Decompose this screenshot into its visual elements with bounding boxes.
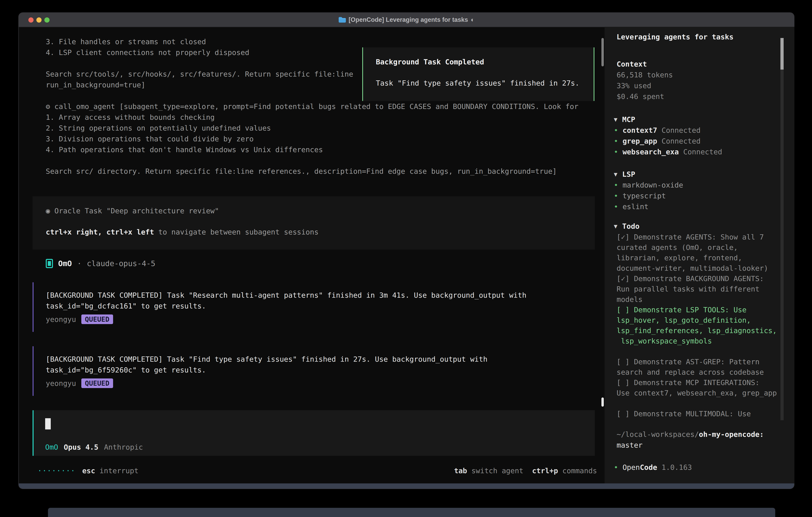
mcp-item: • context7 Connected [614, 125, 722, 136]
todo-line: [ ] Demonstrate AST-GREP: Pattern [617, 357, 777, 367]
todo-line: curated agents (OmO, oracle, [617, 242, 777, 253]
context-section: Context 66,518 tokens 33% used $0.46 spe… [617, 59, 673, 102]
task-message: [BACKGROUND TASK COMPLETED] Task "Find t… [33, 346, 572, 396]
todo-line: [ ] Demonstrate MULTIMODAL: Use [617, 409, 777, 419]
terminal-line: 4. Path operations that don't handle Win… [46, 144, 578, 155]
lsp-name: eslint [622, 202, 648, 211]
todo-line: [✓] Demonstrate AGENTS: Show all 7 [617, 232, 777, 242]
mcp-status: Connected [662, 126, 700, 134]
lsp-item: • eslint [614, 201, 683, 212]
agent-model: claude-opus-4-5 [87, 259, 155, 268]
todo-line: search and replace across codebase [617, 367, 777, 377]
todo-line: [ ] Demonstrate MCP INTEGRATIONS: [617, 377, 777, 388]
collapse-icon: ▼ [614, 223, 617, 230]
model-row: OmO Opus 4.5 Anthropic [45, 442, 143, 453]
minimize-window-button[interactable] [36, 18, 41, 23]
titlebar[interactable]: [OpenCode] Leveraging agents for tasks ◐ [19, 13, 794, 27]
agent-icon [46, 259, 53, 268]
lsp-item: • typescript [614, 190, 683, 201]
spinner-dots-icon: ········ [37, 465, 75, 476]
task-message-line: [BACKGROUND TASK COMPLETED] Task "Find t… [46, 354, 572, 365]
ctrlp-hint-text: commands [562, 465, 597, 476]
window-title-text: [OpenCode] Leveraging agents for tasks [349, 16, 468, 23]
task-user: yeongyu [46, 315, 76, 324]
todo-line [617, 398, 777, 409]
sidebar-scrollbar-track[interactable] [780, 38, 784, 420]
lsp-section-header[interactable]: ▼ LSP [614, 169, 683, 180]
todo-line: Run parallel tasks with different [617, 284, 777, 294]
close-window-button[interactable] [28, 18, 34, 23]
nav-keys: ctrl+x right, ctrl+x left [46, 228, 154, 236]
lsp-item: • markdown-oxide [614, 180, 683, 190]
context-spent: $0.46 spent [617, 91, 673, 102]
status-dot-icon: • [614, 137, 618, 145]
collapse-icon: ▼ [614, 171, 617, 178]
todo-line: Use context7, websearch_exa, grep_app [617, 388, 777, 398]
prompt-input[interactable]: OmO Opus 4.5 Anthropic [33, 410, 595, 456]
task-message: [BACKGROUND TASK COMPLETED] Task "Resear… [33, 282, 572, 332]
lsp-header-label: LSP [622, 170, 635, 178]
task-message-line: task_id="bg_dcfac161" to get results. [46, 301, 572, 311]
maximize-window-button[interactable] [45, 18, 50, 23]
todo-line: [ ] Demonstrate LSP TOOLS: Use [617, 305, 777, 315]
nav-hint-text: to navigate between subagent sessions [154, 228, 319, 236]
path-project: oh-my-opencode: [699, 430, 764, 438]
path-prefix: ~/local-workspaces/ [617, 430, 699, 438]
workspace-path: ~/local-workspaces/oh-my-opencode: maste… [617, 429, 764, 451]
terminal-line: 3. File handles or streams not closed [46, 36, 578, 47]
task-user: yeongyu [46, 379, 76, 387]
todo-section: ▼ Todo [✓] Demonstrate AGENTS: Show all … [614, 221, 777, 419]
current-model: Opus 4.5 [64, 442, 98, 453]
status-dot-icon: • [614, 463, 618, 471]
task-message-line: [BACKGROUND TASK COMPLETED] Task "Resear… [46, 290, 572, 301]
collapse-icon: ▼ [614, 116, 617, 123]
main-scrollbar-thumb-secondary[interactable] [601, 398, 604, 407]
status-dot-icon: • [614, 148, 618, 156]
window-bottom-edge [19, 483, 794, 489]
mcp-name: websearch_exa [622, 148, 679, 156]
background-task-toast: Background Task Completed Task "Find typ… [362, 47, 594, 101]
app-name-code: Code [640, 463, 657, 471]
app-name-open: Open [622, 463, 640, 471]
lsp-name: typescript [622, 192, 666, 200]
lsp-section: ▼ LSP • markdown-oxide • typescript • es… [614, 169, 683, 212]
agent-separator: · [77, 259, 82, 268]
todo-line: lsp_workspace_symbols [617, 336, 777, 346]
mcp-status: Connected [662, 137, 700, 145]
status-dot-icon: • [614, 202, 618, 211]
sidebar: Leveraging agents for tasks Context 66,5… [605, 27, 794, 483]
text-cursor [45, 418, 51, 430]
mcp-item: • websearch_exa Connected [614, 146, 722, 157]
mcp-section-header[interactable]: ▼ MCP [614, 114, 722, 125]
todo-header-label: Todo [622, 222, 640, 230]
mcp-header-label: MCP [622, 115, 635, 124]
sidebar-scrollbar-thumb[interactable] [780, 38, 784, 70]
esc-hint-label [95, 465, 99, 476]
folder-icon [338, 17, 346, 23]
git-branch: master [617, 441, 643, 449]
agent-name: OmO [58, 259, 72, 268]
traffic-lights [28, 13, 50, 27]
app-version: 1.0.163 [662, 463, 692, 471]
todo-line: lsp_find_references, lsp_diagnostics, [617, 325, 777, 336]
toast-body: Task "Find type safety issues" finished … [376, 79, 579, 87]
terminal-line: Search src/ directory. Return specific f… [46, 166, 578, 177]
window-title: [OpenCode] Leveraging agents for tasks ◐ [338, 16, 474, 23]
session-title: Leveraging agents for tasks [617, 33, 733, 41]
todo-list: [✓] Demonstrate AGENTS: Show all 7curate… [617, 232, 777, 419]
agent-header: OmO · claude-opus-4-5 [46, 259, 155, 268]
status-badge: QUEUED [81, 315, 113, 324]
terminal-line: 3. Division operations that could divide… [46, 134, 578, 144]
main-scrollbar-thumb[interactable] [601, 38, 604, 66]
esc-key-hint: esc [82, 465, 95, 476]
todo-section-header[interactable]: ▼ Todo [614, 221, 777, 232]
oracle-task-label: ◉ Oracle Task "Deep architecture review" [46, 207, 219, 215]
esc-hint-text: interrupt [99, 465, 139, 476]
oracle-task-session[interactable]: ◉ Oracle Task "Deep architecture review"… [33, 196, 595, 249]
terminal-line: 1. Array access without bounds checking [46, 112, 578, 123]
session-indicator-icon: ◐ [471, 16, 475, 23]
lsp-name: markdown-oxide [622, 181, 683, 189]
todo-line: [✓] Demonstrate BACKGROUND AGENTS: [617, 273, 777, 284]
dock-bar [48, 508, 775, 517]
status-dot-icon: • [614, 192, 618, 200]
